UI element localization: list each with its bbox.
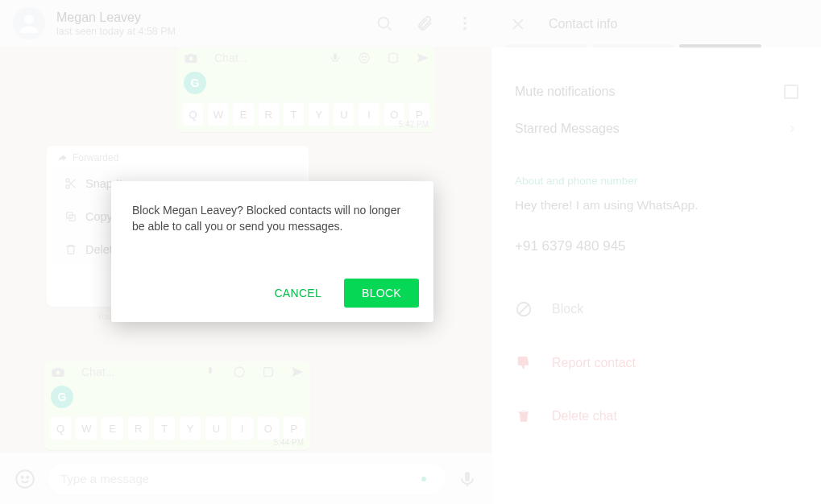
cancel-button[interactable]: CANCEL xyxy=(263,279,333,308)
dialog-message: Block Megan Leavey? Blocked contacts wil… xyxy=(132,202,413,235)
block-button[interactable]: BLOCK xyxy=(344,279,419,308)
dialog-actions: CANCEL BLOCK xyxy=(263,279,419,308)
block-dialog: Block Megan Leavey? Blocked contacts wil… xyxy=(111,181,433,322)
